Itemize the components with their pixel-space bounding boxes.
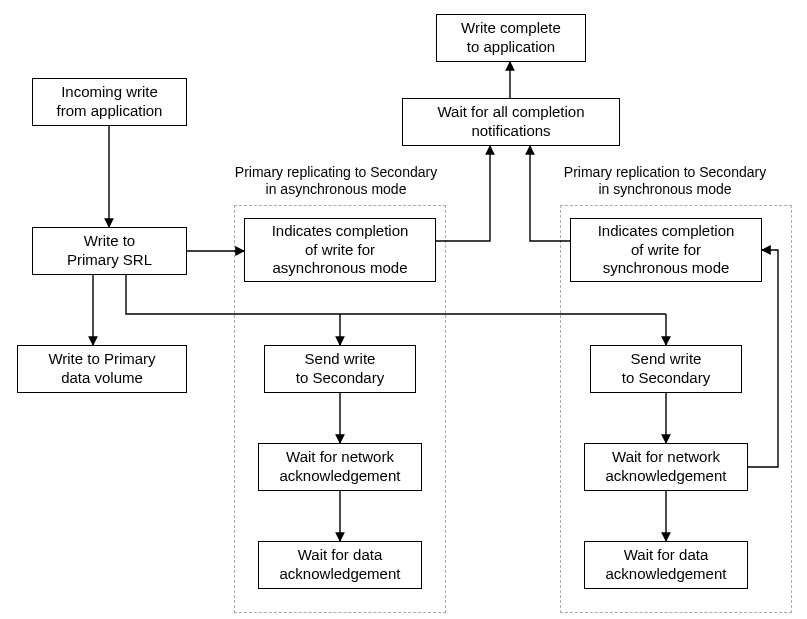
node-sync-send: Send writeto Secondary: [590, 345, 742, 393]
node-write-done: Write completeto application: [436, 14, 586, 62]
node-sync-complete: Indicates completionof write forsynchron…: [570, 218, 762, 282]
node-async-complete: Indicates completionof write forasynchro…: [244, 218, 436, 282]
node-wait-all: Wait for all completionnotifications: [402, 98, 620, 146]
node-async-send: Send writeto Secondary: [264, 345, 416, 393]
flow-diagram: Primary replicating to Secondaryin async…: [0, 0, 807, 619]
node-data-volume: Write to Primarydata volume: [17, 345, 187, 393]
node-primary-srl: Write toPrimary SRL: [32, 227, 187, 275]
node-incoming: Incoming writefrom application: [32, 78, 187, 126]
sync-label: Primary replication to Secondaryin synch…: [530, 164, 800, 198]
node-sync-data: Wait for dataacknowledgement: [584, 541, 748, 589]
node-async-net: Wait for networkacknowledgement: [258, 443, 422, 491]
node-async-data: Wait for dataacknowledgement: [258, 541, 422, 589]
async-label: Primary replicating to Secondaryin async…: [196, 164, 476, 198]
node-sync-net: Wait for networkacknowledgement: [584, 443, 748, 491]
